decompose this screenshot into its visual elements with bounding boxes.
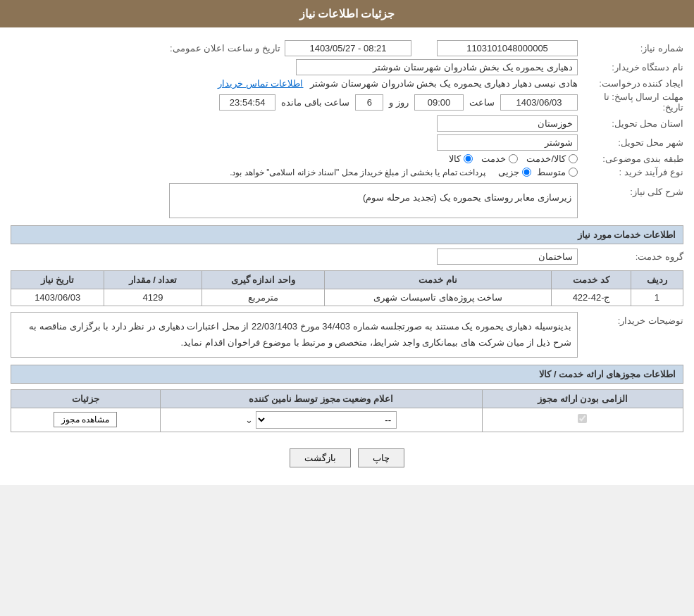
service-code: ج-42-422 bbox=[552, 289, 631, 306]
page-header: جزئیات اطلاعات نیاز bbox=[0, 0, 694, 27]
deadline-remaining-label: ساعت باقی مانده bbox=[281, 97, 349, 108]
service-group-label: گروه خدمت: bbox=[578, 251, 683, 262]
col-header-qty: تعداد / مقدار bbox=[104, 271, 202, 289]
deadline-time-label: ساعت bbox=[469, 97, 495, 108]
deadline-days-label: روز و bbox=[389, 97, 409, 108]
permit-required-checkbox bbox=[578, 414, 587, 423]
services-table: ردیف کد خدمت نام خدمت واحد اندازه گیری ت… bbox=[11, 270, 683, 306]
delivery-province-label: استان محل تحویل: bbox=[578, 118, 683, 129]
need-number-value: 1103101048000005 bbox=[437, 40, 578, 56]
creator-value: هادی نیسی دهیار دهیاری یحموره یک بخش شاد… bbox=[310, 78, 578, 89]
process-type-label: نوع فرآیند خرید : bbox=[578, 167, 683, 177]
col-header-code: کد خدمت bbox=[552, 271, 631, 289]
back-button[interactable]: بازگشت bbox=[290, 448, 351, 467]
print-button[interactable]: چاپ bbox=[358, 448, 404, 467]
category-option-khadamat[interactable]: خدمت bbox=[481, 153, 518, 164]
delivery-city-value: شوشتر bbox=[437, 134, 578, 151]
col-header-name: نام خدمت bbox=[325, 271, 552, 289]
general-description-value: زیرسازی معابر روستای یحموره یک (تجدید مر… bbox=[169, 183, 578, 218]
col-header-date: تاریخ نیاز bbox=[11, 271, 104, 289]
category-option-kala-khadamat[interactable]: کالا/خدمت bbox=[526, 153, 578, 164]
service-name: ساخت پروژه‌های تاسیسات شهری bbox=[325, 289, 552, 306]
announcement-datetime-value: 1403/05/27 - 08:21 bbox=[285, 40, 411, 56]
contact-info-link[interactable]: اطلاعات تماس خریدار bbox=[218, 78, 303, 89]
bottom-buttons-area: چاپ بازگشت bbox=[11, 438, 683, 478]
buyer-description-value: بدینوسیله دهیاری یحموره یک مستند به صورت… bbox=[11, 312, 578, 358]
process-type-partial[interactable]: جزیی bbox=[498, 167, 531, 177]
permit-row: -- ⌄ مشاهده مجوز bbox=[11, 408, 683, 432]
service-group-value: ساختمان bbox=[437, 249, 578, 265]
permit-status-cell: -- ⌄ bbox=[160, 408, 482, 432]
row-number: 1 bbox=[631, 289, 683, 306]
page-title: جزئیات اطلاعات نیاز bbox=[299, 8, 395, 20]
general-description-label: شرح کلی نیاز: bbox=[578, 183, 683, 197]
deadline-time-value: 09:00 bbox=[414, 94, 464, 111]
col-permit-required: الزامی بودن ارائه مجوز bbox=[482, 389, 683, 408]
process-type-medium[interactable]: متوسط bbox=[537, 167, 578, 177]
permit-details-cell: مشاهده مجوز bbox=[11, 408, 161, 432]
deadline-label: مهلت ارسال پاسخ: تا تاریخ: bbox=[578, 92, 683, 113]
service-date: 1403/06/03 bbox=[11, 289, 104, 306]
buyer-org-value: دهیاری یحموره یک بخش شادروان شهرستان شوش… bbox=[296, 59, 578, 75]
service-unit: مترمربع bbox=[202, 289, 324, 306]
announcement-datetime-label: تاریخ و ساعت اعلان عمومی: bbox=[170, 43, 280, 54]
creator-label: ایجاد کننده درخواست: bbox=[578, 78, 683, 89]
buyer-org-label: نام دستگاه خریدار: bbox=[578, 62, 683, 73]
service-quantity: 4129 bbox=[104, 289, 202, 306]
table-row: 1 ج-42-422 ساخت پروژه‌های تاسیسات شهری م… bbox=[11, 289, 683, 306]
col-permit-status: اعلام وضعیت مجوز توسط نامین کننده bbox=[160, 389, 482, 408]
col-header-row: ردیف bbox=[631, 271, 683, 289]
permits-table: الزامی بودن ارائه مجوز اعلام وضعیت مجوز … bbox=[11, 389, 683, 432]
need-number-label: شماره نیاز: bbox=[578, 43, 683, 54]
deadline-date-value: 1403/06/03 bbox=[500, 94, 578, 111]
services-section-title: اطلاعات خدمات مورد نیاز bbox=[11, 225, 683, 244]
buyer-description-label: توضیحات خریدار: bbox=[578, 312, 683, 326]
deadline-days-value: 6 bbox=[355, 94, 383, 111]
col-permit-details: جزئیات bbox=[11, 389, 161, 408]
deadline-remaining-value: 23:54:54 bbox=[219, 94, 275, 111]
delivery-province-value: خوزستان bbox=[437, 115, 578, 132]
col-header-unit: واحد اندازه گیری bbox=[202, 271, 324, 289]
permit-required-cell bbox=[482, 408, 683, 432]
process-type-note: پرداخت تمام یا بخشی از مبلغ خریداز محل "… bbox=[230, 168, 485, 177]
category-option-kala[interactable]: کالا bbox=[449, 153, 473, 164]
delivery-city-label: شهر محل تحویل: bbox=[578, 137, 683, 148]
category-label: طبقه بندی موضوعی: bbox=[578, 153, 683, 164]
permit-status-select[interactable]: -- bbox=[256, 411, 397, 429]
show-permit-button[interactable]: مشاهده مجوز bbox=[54, 412, 117, 427]
permits-section-title: اطلاعات مجوزهای ارائه خدمت / کالا bbox=[11, 365, 683, 384]
